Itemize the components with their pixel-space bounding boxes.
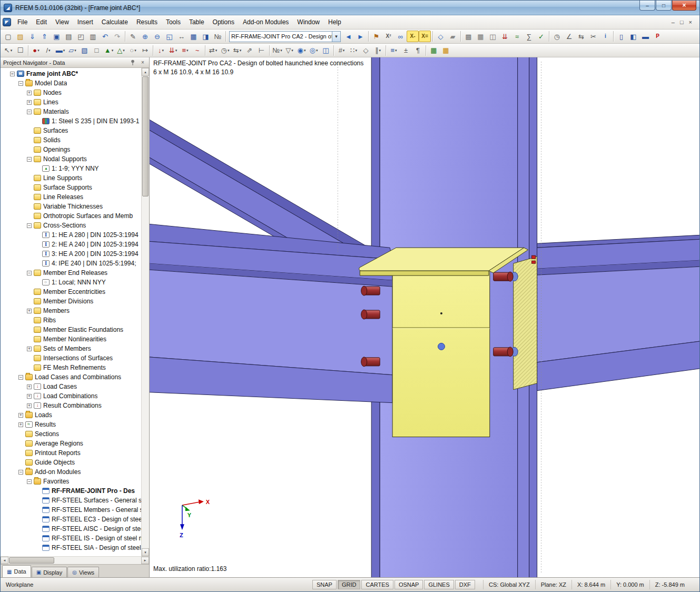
tree-item-4-ipe-240-din-1025-5-1994[interactable]: 4: IPE 240 | DIN 1025-5:1994; xyxy=(1,259,141,268)
comment-button[interactable]: ¶ xyxy=(412,45,424,56)
tree-item-1-he-a-280-din-1025-3-1994[interactable]: 1: HE A 280 | DIN 1025-3:1994 xyxy=(1,230,141,240)
color-scale-button[interactable]: ▦ xyxy=(440,45,452,56)
tree-item-solids[interactable]: Solids xyxy=(1,135,141,145)
menu-options[interactable]: Options xyxy=(209,16,239,28)
tree-item-intersections-of-surfaces[interactable]: Intersections of Surfaces xyxy=(1,353,141,363)
rotate-objects-button[interactable]: ◷▾ xyxy=(219,45,231,56)
copy-picture-button[interactable]: ▥ xyxy=(87,31,99,42)
new-nodal-load-button[interactable]: ↓▾ xyxy=(155,45,167,56)
object-snap-button[interactable]: ◇ xyxy=(360,45,372,56)
tab-data[interactable]: ▦Data xyxy=(2,565,31,577)
tree-item-result-combinations[interactable]: +Result Combinations xyxy=(1,401,141,410)
show-loads-button[interactable]: ⇊ xyxy=(499,31,511,42)
module-combobox[interactable]: RF-FRAME-JOINT Pro CA2 - Design of b ▼ xyxy=(229,31,341,42)
tree-item-load-cases-and-combinations[interactable]: −Load Cases and Combinations xyxy=(1,372,141,382)
tree-expander[interactable]: + xyxy=(27,384,32,389)
new-line-support-button[interactable]: △▾ xyxy=(115,45,127,56)
tree-item-1-1-9-yyy-nny[interactable]: 1: 1-9; YYY NNY xyxy=(1,164,141,173)
navigator-close-icon[interactable]: × xyxy=(139,59,146,66)
tree-item-member-eccentricities[interactable]: Member Eccentricities xyxy=(1,287,141,297)
new-line-button[interactable]: /▾ xyxy=(42,45,54,56)
menu-edit[interactable]: Edit xyxy=(32,16,51,28)
tree-item-variable-thicknesses[interactable]: Variable Thicknesses xyxy=(1,202,141,211)
move-copy-button[interactable]: ⇄▾ xyxy=(207,45,219,56)
mirror-objects-button[interactable]: ⇆▾ xyxy=(231,45,243,56)
new-nodal-support-button[interactable]: ▲▾ xyxy=(103,45,115,56)
new-model-button[interactable]: ▢ xyxy=(2,31,14,42)
tree-item-line-releases[interactable]: Line Releases xyxy=(1,192,141,202)
tree-item-average-regions[interactable]: Average Regions xyxy=(1,439,141,448)
menu-window[interactable]: Window xyxy=(293,16,324,28)
tree-expander[interactable]: − xyxy=(27,110,32,114)
module-back-button[interactable]: ◄ xyxy=(342,31,354,42)
dropdown-arrow-icon[interactable]: ▾ xyxy=(355,48,357,53)
show-panel-button[interactable]: ◨ xyxy=(200,31,212,42)
tree-item-rf-steel-aisc-design-of-steel[interactable]: RF-STEEL AISC - Design of steel xyxy=(1,524,141,534)
tree-item-sections[interactable]: Sections xyxy=(1,429,141,439)
tree-expander[interactable]: + xyxy=(27,403,32,408)
tree-item-rf-frame-joint-pro-des[interactable]: RF-FRAME-JOINT Pro - Des xyxy=(1,486,141,496)
child-close-button[interactable]: × xyxy=(689,19,692,25)
tree-expander[interactable]: + xyxy=(27,91,32,95)
new-surface-button[interactable]: ▱▾ xyxy=(66,45,78,56)
select-pointer-button[interactable]: ↖▾ xyxy=(2,45,14,56)
fe-mesh-button[interactable]: ▩ xyxy=(462,31,475,42)
status-toggle-dxf[interactable]: DXF xyxy=(455,580,475,589)
window-arrange-button[interactable]: ▯ xyxy=(615,31,627,42)
left-beam[interactable] xyxy=(150,224,392,402)
zoom-window-button[interactable]: ◱ xyxy=(163,31,175,42)
status-toggle-grid[interactable]: GRID xyxy=(338,580,361,589)
units-settings-button[interactable]: ± xyxy=(400,45,412,56)
save-model-button[interactable]: ▣ xyxy=(51,31,63,42)
tree-expander[interactable]: − xyxy=(18,470,23,475)
scroll-right-icon[interactable]: ► xyxy=(141,557,149,564)
menu-view[interactable]: View xyxy=(51,16,73,28)
tree-item-surfaces[interactable]: Surfaces xyxy=(1,126,141,135)
dropdown-arrow-icon[interactable]: ▾ xyxy=(228,48,230,53)
scroll-up-icon[interactable]: ▲ xyxy=(142,68,149,76)
tree-item-1-steel-s-235-din-en-1993-1[interactable]: 1: Steel S 235 | DIN EN 1993-1 xyxy=(1,116,141,126)
dropdown-arrow-icon[interactable]: ▾ xyxy=(11,48,13,53)
tree-expander[interactable]: + xyxy=(27,347,32,351)
show-tables-button[interactable]: ▦ xyxy=(188,31,200,42)
module-forward-button[interactable]: ► xyxy=(354,31,367,42)
guidelines-button[interactable]: ∥▾ xyxy=(372,45,384,56)
fe-mesh-settings-button[interactable]: ▦ xyxy=(475,31,487,42)
new-member-button[interactable]: ▬▾ xyxy=(54,45,66,56)
tree-item-results[interactable]: +Results xyxy=(1,420,141,429)
x-minus-filter-button[interactable]: X- xyxy=(407,31,419,42)
renumbering-button[interactable]: №▾ xyxy=(271,45,283,56)
undo-button[interactable]: ↶ xyxy=(99,31,111,42)
tree-item-members[interactable]: +Members xyxy=(1,306,141,315)
right-beam[interactable] xyxy=(537,235,699,390)
tree-item-3-he-a-200-din-1025-3-1994[interactable]: 3: HE A 200 | DIN 1025-3:1994 xyxy=(1,249,141,259)
child-restore-button[interactable]: □ xyxy=(680,19,684,25)
tree-expander[interactable]: + xyxy=(27,309,32,313)
tree-expander[interactable]: + xyxy=(27,100,32,105)
report-print-button[interactable]: ▬ xyxy=(639,31,652,42)
tree-item-nodal-supports[interactable]: −Nodal Supports xyxy=(1,154,141,164)
scroll-left-icon[interactable]: ◄ xyxy=(1,557,8,564)
menu-calculate[interactable]: Calculate xyxy=(97,16,132,28)
dropdown-arrow-icon[interactable]: ▾ xyxy=(316,48,318,53)
generate-mesh-button[interactable]: ◫ xyxy=(487,31,499,42)
workplane-button[interactable]: #▾ xyxy=(336,45,348,56)
end-plate[interactable] xyxy=(392,266,490,437)
status-toggle-glines[interactable]: GLINES xyxy=(424,580,453,589)
tree-item-member-nonlinearities[interactable]: Member Nonlinearities xyxy=(1,334,141,344)
dropdown-arrow-icon[interactable]: ▾ xyxy=(240,48,242,53)
new-opening-button[interactable]: □ xyxy=(91,45,103,56)
measure-angle-button[interactable]: ∠ xyxy=(563,31,575,42)
view-glasses-button[interactable]: ∞ xyxy=(395,31,407,42)
navigator-toggle-button[interactable]: ◧ xyxy=(627,31,639,42)
export-file-button[interactable]: ⇑ xyxy=(38,31,51,42)
info-button[interactable]: i xyxy=(599,31,612,42)
new-node-button[interactable]: ●▾ xyxy=(30,45,42,56)
scroll-down-icon[interactable]: ▼ xyxy=(142,548,149,556)
display-properties-button[interactable]: ≡▾ xyxy=(388,45,400,56)
dropdown-arrow-icon[interactable]: ▾ xyxy=(280,48,282,53)
status-toggle-cartes[interactable]: CARTES xyxy=(361,580,393,589)
clipping-planes-button[interactable]: ◫ xyxy=(320,45,332,56)
extrude-objects-button[interactable]: ⇗ xyxy=(243,45,255,56)
new-surface-load-button[interactable]: ≡▾ xyxy=(179,45,191,56)
